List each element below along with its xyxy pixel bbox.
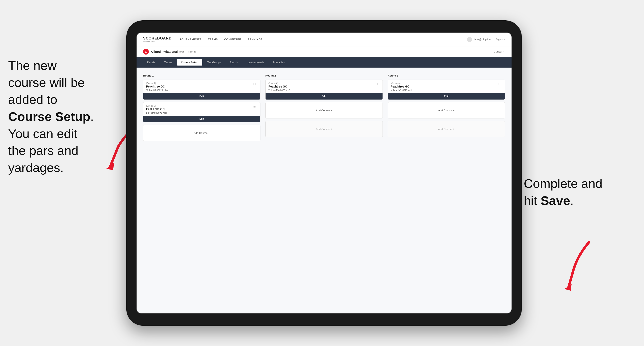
annotation-text: . — [570, 193, 574, 208]
top-nav-right: blair@clippd.io | Sign out — [467, 37, 505, 42]
tab-bar: Details Teams Course Setup Tee Groups Re… — [136, 57, 512, 68]
round2-add-course-card[interactable]: Add Course + — [265, 102, 383, 119]
annotation-text: . — [90, 110, 94, 124]
annotation-text: added to — [8, 92, 57, 106]
round3-add-course-card[interactable]: Add Course + — [388, 102, 505, 119]
course-tee: Yellow (M) (6629 yds) — [388, 89, 505, 91]
nav-rankings[interactable]: RANKINGS — [248, 38, 262, 41]
tournament-gender: (Men) — [179, 50, 185, 53]
edit-button[interactable]: Edit — [143, 116, 260, 122]
arrow-right-icon — [536, 240, 601, 293]
tournament-logo: C — [143, 49, 149, 54]
delete-icon[interactable]: ⊟ — [376, 82, 380, 86]
edit-button[interactable]: Edit — [143, 93, 260, 100]
annotation-bold: Course Setup — [8, 110, 90, 124]
tab-leaderboards[interactable]: Leaderboards — [244, 59, 268, 66]
add-course-text: Add Course + — [438, 109, 454, 112]
course-name: Peachtree GC — [391, 85, 410, 88]
course-card-header: (Course B) East Lake GC ⊟ — [143, 102, 260, 112]
round2-course-a-card: (Course A) Peachtree GC ⊟ Yellow (M) (66… — [265, 80, 383, 100]
round-3-column: Round 3 (Course A) Peachtree GC ⊟ Yellow… — [388, 74, 505, 144]
annotation-text: yardages. — [8, 161, 64, 175]
tournament-logo-letter: C — [145, 50, 147, 53]
course-info: (Course A) Peachtree GC — [146, 82, 165, 88]
tab-tee-groups[interactable]: Tee Groups — [203, 59, 225, 66]
rounds-grid: Round 1 (Course A) Peachtree GC ⊟ Yellow… — [143, 74, 505, 144]
course-label: (Course A) — [391, 82, 410, 84]
tablet-screen: SCOREBOARD Powered by clippd TOURNAMENTS… — [136, 32, 512, 314]
annotation-bold: Save — [541, 193, 570, 208]
course-tee: Yellow (M) (6629 yds) — [266, 89, 382, 91]
course-tee: Yellow (M) (6629 yds) — [143, 89, 260, 91]
tab-teams[interactable]: Teams — [160, 59, 176, 66]
round3-course-a-card: (Course A) Peachtree GC ⊟ Yellow (M) (66… — [388, 80, 505, 100]
course-tee: Black (M) (6891 yds) — [143, 112, 260, 114]
round-3-label: Round 3 — [388, 74, 505, 77]
nav-teams[interactable]: TEAMS — [208, 38, 218, 41]
course-card-header: (Course A) Peachtree GC ⊟ — [388, 80, 505, 89]
edit-button[interactable]: Edit — [266, 93, 382, 100]
annotation-text: hit — [524, 193, 541, 208]
tab-course-setup[interactable]: Course Setup — [177, 59, 202, 66]
annotation-text: the pars and — [8, 144, 78, 158]
annotation-text: The new — [8, 58, 57, 72]
delete-icon[interactable]: ⊟ — [253, 82, 258, 86]
logo-subtext: Powered by clippd — [143, 40, 172, 42]
annotation-text: Complete and — [524, 176, 602, 190]
annotation-text: course will be — [8, 75, 85, 90]
main-content: Round 1 (Course A) Peachtree GC ⊟ Yellow… — [136, 68, 512, 314]
tournament-status: Hosting — [188, 50, 196, 53]
tablet-device: SCOREBOARD Powered by clippd TOURNAMENTS… — [126, 20, 522, 326]
round1-course-a-card: (Course A) Peachtree GC ⊟ Yellow (M) (66… — [143, 80, 260, 100]
course-label: (Course A) — [268, 82, 287, 84]
delete-icon[interactable]: ⊟ — [253, 105, 258, 109]
delete-icon[interactable]: ⊟ — [498, 82, 502, 86]
course-info: (Course B) East Lake GC — [146, 105, 164, 111]
course-info: (Course A) Peachtree GC — [268, 82, 287, 88]
cancel-button[interactable]: Cancel ✕ — [494, 50, 505, 53]
round-1-column: Round 1 (Course A) Peachtree GC ⊟ Yellow… — [143, 74, 260, 144]
course-label: (Course A) — [146, 82, 165, 84]
separator: | — [493, 38, 494, 41]
logo-text: SCOREBOARD — [143, 36, 172, 40]
round3-add-course-card-2: Add Course + — [388, 121, 505, 137]
round-2-label: Round 2 — [265, 74, 383, 77]
add-course-text: Add Course + — [438, 128, 454, 131]
top-nav: SCOREBOARD Powered by clippd TOURNAMENTS… — [136, 32, 512, 46]
svg-marker-1 — [564, 284, 572, 291]
add-course-text: Add Course + — [194, 132, 210, 135]
course-name: Peachtree GC — [268, 85, 287, 88]
logo-area: SCOREBOARD Powered by clippd — [143, 36, 172, 42]
tab-results[interactable]: Results — [226, 59, 243, 66]
course-card-header: (Course A) Peachtree GC ⊟ — [143, 80, 260, 89]
nav-tournaments[interactable]: TOURNAMENTS — [180, 38, 201, 41]
course-info: (Course A) Peachtree GC — [391, 82, 410, 88]
sign-out-link[interactable]: Sign out — [496, 38, 505, 41]
tab-details[interactable]: Details — [143, 59, 159, 66]
annotation-left: The new course will be added to Course S… — [8, 57, 126, 176]
round2-add-course-card-2: Add Course + — [265, 121, 383, 137]
round1-course-b-card: (Course B) East Lake GC ⊟ Black (M) (689… — [143, 102, 260, 122]
nav-committee[interactable]: COMMITTEE — [224, 38, 241, 41]
add-course-text: Add Course + — [316, 109, 332, 112]
tournament-bar: C Clippd Invitational (Men) Hosting Canc… — [136, 46, 512, 57]
user-email: blair@clippd.io — [474, 38, 490, 41]
annotation-right: Complete and hit Save. — [524, 175, 622, 209]
round-1-label: Round 1 — [143, 74, 260, 77]
tab-printables[interactable]: Printables — [269, 59, 289, 66]
top-nav-links: TOURNAMENTS TEAMS COMMITTEE RANKINGS — [180, 38, 467, 41]
round-2-column: Round 2 (Course A) Peachtree GC ⊟ Yellow… — [265, 74, 383, 144]
add-course-text: Add Course + — [316, 128, 332, 131]
tournament-name: Clippd Invitational — [151, 50, 178, 53]
annotation-text: You can edit — [8, 127, 77, 141]
edit-button[interactable]: Edit — [388, 93, 505, 100]
avatar — [467, 37, 472, 42]
course-label: (Course B) — [146, 105, 164, 107]
course-name: Peachtree GC — [146, 85, 165, 88]
round1-add-course-card[interactable]: Add Course + — [143, 125, 260, 141]
course-card-header: (Course A) Peachtree GC ⊟ — [266, 80, 382, 89]
course-name: East Lake GC — [146, 107, 164, 111]
